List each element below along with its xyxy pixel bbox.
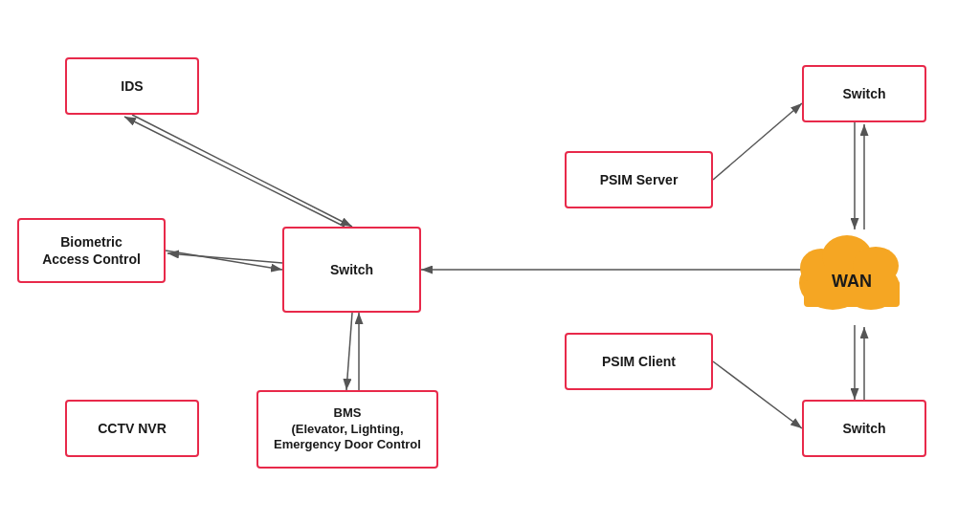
cctv-node: CCTV NVR	[65, 400, 199, 457]
svg-line-13	[713, 103, 802, 180]
psim-client-node: PSIM Client	[565, 333, 713, 390]
svg-line-5	[167, 253, 282, 263]
svg-line-2	[132, 115, 352, 227]
network-diagram: IDS BiometricAccess Control Switch CCTV …	[0, 0, 980, 524]
switch-center-node: Switch	[282, 227, 421, 313]
svg-line-6	[346, 313, 352, 390]
wan-cloud: WAN	[785, 218, 919, 318]
switch-bottom-right-node: Switch	[802, 400, 926, 457]
ids-node: IDS	[65, 57, 199, 115]
bms-node: BMS(Elevator, Lighting,Emergency Door Co…	[256, 390, 438, 469]
biometric-node: BiometricAccess Control	[17, 218, 166, 283]
svg-line-3	[124, 117, 345, 227]
svg-line-14	[713, 361, 802, 428]
switch-top-right-node: Switch	[802, 65, 926, 122]
svg-text:WAN: WAN	[832, 272, 872, 291]
psim-server-node: PSIM Server	[565, 151, 713, 208]
svg-line-4	[166, 251, 282, 270]
